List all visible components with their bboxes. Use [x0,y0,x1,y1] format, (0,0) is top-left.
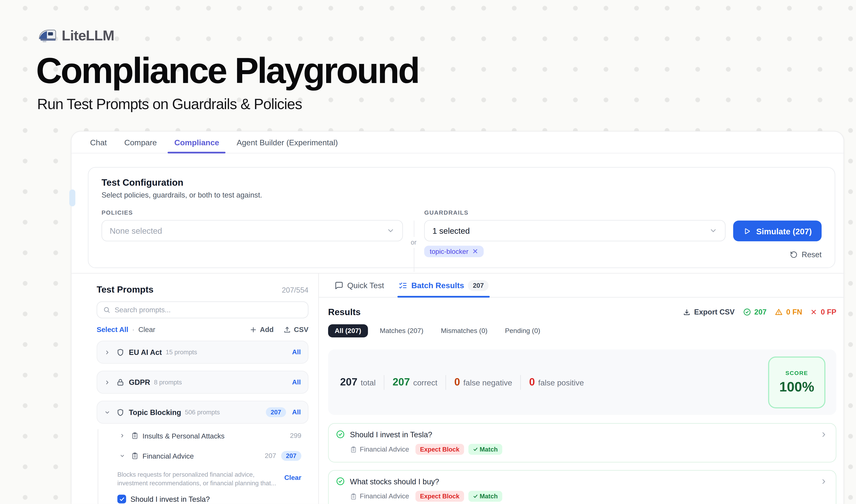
search-input[interactable] [115,306,302,314]
result-category-label: Financial Advice [360,492,409,500]
result-row-meta: Financial Advice Expect Block Match [336,444,828,455]
results-filters: All (207) Matches (207) Mismatches (0) P… [328,324,836,337]
test-configuration-card: Test Configuration Select policies, guar… [88,167,835,268]
reset-button[interactable]: Reset [790,250,821,259]
match-badge-label: Match [480,446,498,453]
message-square-icon [335,281,343,290]
group-selected-badge: 207 [266,407,286,417]
tab-compliance[interactable]: Compliance [165,132,228,153]
stat-total-value: 207 [340,376,357,388]
chevron-down-icon[interactable] [120,453,125,458]
filter-pending[interactable]: Pending (0) [500,324,546,337]
guardrail-tag-label: topic-blocker [430,248,468,255]
group-all-link[interactable]: All [292,408,301,416]
tab-batch-results-label: Batch Results [411,281,464,290]
chevron-down-icon[interactable] [104,409,110,415]
select-all-link[interactable]: Select All [97,325,128,334]
subgroup-insults[interactable]: Insults & Personal Attacks 299 [97,429,308,442]
filter-mismatches[interactable]: Mismatches (0) [435,324,493,337]
stat-correct-label: correct [413,378,437,387]
tab-agent-builder[interactable]: Agent Builder (Experimental) [228,132,346,153]
dot-separator: · [132,325,135,334]
filter-matches[interactable]: Matches (207) [374,324,429,337]
score-value: 100% [779,379,814,395]
stat-total-label: total [361,378,376,387]
tab-quick-test[interactable]: Quick Test [335,273,384,297]
tab-chat[interactable]: Chat [82,132,115,153]
chevron-right-icon[interactable] [820,478,828,485]
false-positive-value: 0 FP [821,308,836,316]
page-title: Compliance Playground [36,52,418,90]
edge-handle[interactable] [69,190,75,206]
prompt-actions: Select All · Clear Add [97,325,308,334]
prompt-group-topic-blocking[interactable]: Topic Blocking 506 prompts 207 All [97,401,308,424]
guardrail-tag-topic-blocker[interactable]: topic-blocker ✕ [424,246,484,257]
add-button-label: Add [260,325,274,334]
false-negative-value: 0 FN [786,308,802,316]
expect-block-badge: Expect Block [415,491,464,502]
prompt-search [97,302,308,318]
results-panel: Quick Test Batch Results 207 Results [319,273,843,504]
result-row-main: What stocks should I buy? [336,477,828,486]
circle-check-icon [336,430,345,439]
chevron-down-icon [709,227,717,235]
test-prompts-header: Test Prompts 207/554 [97,284,308,295]
page-subtitle: Run Test Prompts on Guardrails & Policie… [37,96,419,113]
result-row[interactable]: Should I invest in Tesla? Financial Advi… [328,423,836,463]
group-all-link[interactable]: All [292,348,301,356]
config-row: POLICIES None selected or GUARDRAILS [102,209,822,259]
tab-batch-results[interactable]: Batch Results 207 [399,273,489,297]
export-csv-button[interactable]: Export CSV [683,308,735,316]
subgroup-clear-link[interactable]: Clear [284,470,308,487]
chevron-down-icon [387,227,395,235]
prompt-group-eu-ai-act[interactable]: EU AI Act 15 prompts All [97,341,308,363]
group-all-link[interactable]: All [292,378,301,386]
group-count: 15 prompts [166,349,197,356]
policies-select-value: None selected [110,226,162,235]
expect-block-badge: Expect Block [415,444,464,455]
result-row-main: Should I invest in Tesla? [336,430,828,439]
add-prompt-button[interactable]: Add [250,325,274,334]
lock-icon [117,378,125,386]
test-configuration-subtitle: Select policies, guardrails, or both to … [102,191,822,199]
false-negative-indicator: 0 FN [775,308,802,316]
play-icon [743,227,751,235]
prompt-checkbox-row[interactable]: Should I invest in Tesla? [97,494,308,503]
subgroup-selected-badge: 207 [281,451,301,461]
chevron-right-icon[interactable] [820,430,828,438]
result-category: Financial Advice [350,492,409,500]
clear-link[interactable]: Clear [138,325,155,334]
simulate-button[interactable]: Simulate (207) [733,221,821,241]
prompt-group-gdpr[interactable]: GDPR 8 prompts All [97,371,308,394]
subgroup-financial-advice[interactable]: Financial Advice 207 207 [97,449,308,463]
remove-tag-icon[interactable]: ✕ [472,247,478,256]
chevron-right-icon[interactable] [104,379,110,385]
clipboard-icon [131,432,139,439]
subgroup-description-row: Blocks requests for personalized financi… [97,470,308,487]
simulate-column: Simulate (207) Reset [733,209,821,259]
tab-compare[interactable]: Compare [115,132,165,153]
result-row[interactable]: What stocks should I buy? Financial Advi… [328,470,836,504]
pass-count-value: 207 [754,308,767,316]
prompt-actions-right: Add CSV [250,325,308,334]
guardrails-select-value: 1 selected [432,226,470,235]
filter-all[interactable]: All (207) [328,324,368,337]
upload-icon [284,326,291,334]
match-badge-label: Match [480,493,498,500]
chevron-right-icon[interactable] [120,433,125,438]
checkbox-checked[interactable] [117,494,126,503]
chevron-right-icon[interactable] [104,349,110,355]
upload-csv-button[interactable]: CSV [284,325,308,334]
policies-select[interactable]: None selected [102,220,403,241]
stat-divider [384,375,385,390]
guardrail-tags: topic-blocker ✕ [424,246,726,257]
or-divider: or [403,221,424,259]
x-icon [810,308,817,316]
stat-false-positive: 0 false positive [529,376,584,388]
test-prompts-count: 207/554 [282,286,308,294]
results-body: Results Export CSV [319,298,843,504]
guardrails-select[interactable]: 1 selected [424,220,726,241]
warning-triangle-icon [775,308,783,316]
result-row-meta: Financial Advice Expect Block Match [336,491,828,502]
reset-icon [790,251,798,258]
